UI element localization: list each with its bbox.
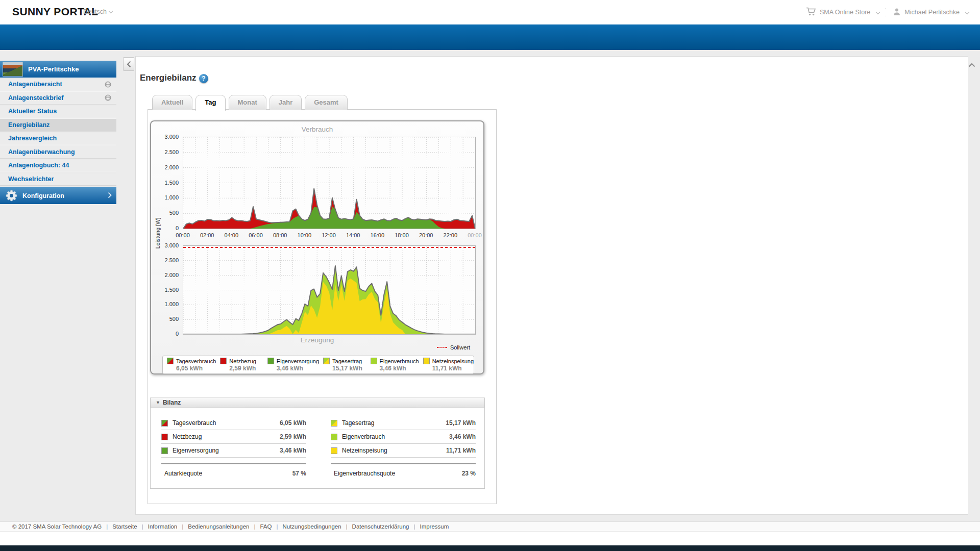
divider — [886, 8, 887, 16]
legend-item: Tagesverbrauch6,05 kWh — [163, 356, 216, 373]
legend-label: Netzeinspeisung — [432, 358, 474, 364]
bilanz-row: Tagesertrag15,17 kWh — [331, 416, 476, 430]
tab-jahr[interactable]: Jahr — [270, 95, 302, 110]
store-label: SMA Online Store — [820, 9, 870, 16]
bilanz-row-value: 15,17 kWh — [446, 419, 476, 427]
bilanz-row: Netzbezug2,59 kWh — [161, 430, 306, 444]
sidebar-item-label: Aktueller Status — [8, 108, 116, 115]
globe-icon — [105, 94, 111, 101]
tab-monat[interactable]: Monat — [229, 95, 266, 110]
user-icon — [893, 8, 901, 17]
sidebar-item-energiebilanz[interactable]: Energiebilanz — [0, 118, 116, 132]
bilanz-row-value: 3,46 kWh — [280, 447, 306, 454]
sidebar-item-anlagen-bersicht[interactable]: Anlagenübersicht — [0, 78, 116, 91]
sidebar-menu: AnlagenübersichtAnlagensteckbriefAktuell… — [0, 78, 116, 186]
sidebar-item-jahresvergleich[interactable]: Jahresvergleich — [0, 132, 116, 145]
tab-strip: AktuellTagMonatJahrGesamt — [152, 95, 348, 111]
verbrauch-chart-title: Verbrauch — [151, 126, 483, 133]
chevron-down-icon — [965, 10, 969, 14]
footer-link-datenschutzerkl-rung[interactable]: Datenschutzerklärung — [352, 523, 409, 530]
help-icon[interactable]: ? — [199, 74, 208, 83]
sidebar-item-label: Anlagenübersicht — [8, 81, 105, 88]
legend-swatch-icon — [323, 358, 330, 364]
legend-item: Tagesertrag15,17 kWh — [319, 356, 366, 373]
y-axis-tick: 2.000 — [154, 272, 179, 278]
sidebar-item-konfiguration[interactable]: Konfiguration — [0, 187, 116, 204]
footer-separator: | — [254, 523, 255, 530]
footer-link-startseite[interactable]: Startseite — [112, 523, 137, 530]
bilanz-quote-value: 23 % — [462, 470, 476, 477]
legend-value: 2,59 kWh — [229, 365, 263, 372]
y-axis-tick: 3.000 — [154, 242, 179, 248]
sidebar-item-wechselrichter[interactable]: Wechselrichter — [0, 172, 116, 186]
user-menu[interactable]: Michael Perlitschke — [893, 8, 969, 17]
bilanz-row-label: Eigenversorgung — [173, 447, 280, 454]
legend-item: Netzeinspeisung11,71 kWh — [419, 356, 474, 373]
sidebar-item-label: Anlagenlogbuch: 44 — [8, 162, 116, 169]
scroll-top-button[interactable] — [967, 60, 977, 69]
sidebar-collapse-button[interactable] — [123, 57, 134, 71]
bilanz-row: Eigenverbrauch3,46 kWh — [331, 430, 476, 444]
legend-label: Eigenversorgung — [277, 358, 319, 364]
footer-separator: | — [142, 523, 143, 530]
collapse-triangle-icon: ▼ — [156, 400, 160, 405]
y-axis-tick: 2.000 — [154, 164, 179, 170]
legend-swatch-icon — [423, 358, 430, 364]
legend-row: Eigenverbrauch — [371, 358, 419, 364]
y-axis-tick: 1.500 — [154, 180, 179, 186]
chevron-right-icon — [108, 192, 112, 200]
bilanz-title: Bilanz — [163, 399, 181, 406]
x-axis-tick: 06:00 — [249, 232, 263, 238]
bilanz-quote-row: Eigenverbrauchsquote23 % — [331, 464, 476, 482]
footer-separator: | — [276, 523, 278, 530]
sidebar-item-label: Jahresvergleich — [8, 135, 116, 142]
top-right-menu: SMA Online Store Michael Perlitschke — [806, 0, 969, 24]
bottom-dark-bar — [0, 545, 980, 551]
sidebar-item-anlagensteckbrief[interactable]: Anlagensteckbrief — [0, 91, 116, 105]
user-name-label: Michael Perlitschke — [904, 9, 960, 16]
sidebar-item-aktueller-status[interactable]: Aktueller Status — [0, 105, 116, 118]
legend-label: Netzbezug — [229, 358, 256, 364]
footer-link-bedienungsanleitungen[interactable]: Bedienungsanleitungen — [188, 523, 249, 530]
cart-icon — [806, 7, 816, 17]
legend-item: Netzbezug2,59 kWh — [216, 356, 263, 373]
legend-value: 3,46 kWh — [277, 365, 319, 372]
plant-selector[interactable]: PVA-Perlitschke — [0, 61, 116, 78]
store-menu[interactable]: SMA Online Store — [806, 7, 879, 17]
tab-gesamt[interactable]: Gesamt — [305, 95, 348, 110]
x-axis-tick: 20:00 — [419, 232, 433, 238]
bilanz-row-label: Eigenverbrauch — [342, 433, 449, 440]
legend-label: Tagesertrag — [332, 358, 362, 364]
footer-separator: | — [413, 523, 415, 530]
bilanz-body: Tagesverbrauch6,05 kWhNetzbezug2,59 kWhE… — [150, 408, 485, 489]
sidebar-item-anlagenlogbuch-44[interactable]: Anlagenlogbuch: 44 — [0, 159, 116, 172]
x-axis-tick: 00:00 — [176, 232, 190, 238]
x-axis-tick: 18:00 — [395, 232, 409, 238]
bilanz-separator — [331, 458, 476, 464]
footer-link-nutzungsbedingungen[interactable]: Nutzungsbedingungen — [282, 523, 341, 530]
tab-tag[interactable]: Tag — [195, 95, 225, 111]
x-axis-tick: 10:00 — [298, 232, 312, 238]
bilanz-row-value: 6,05 kWh — [280, 419, 306, 427]
erzeugung-chart-title: Erzeugung — [151, 336, 483, 344]
legend-value: 6,05 kWh — [176, 365, 216, 372]
legend-value: 11,71 kWh — [432, 365, 474, 372]
y-axis-tick: 500 — [154, 210, 179, 216]
sidebar-item-anlagen-berwachung[interactable]: Anlagenüberwachung — [0, 145, 116, 159]
footer-link-information[interactable]: Information — [148, 523, 178, 530]
sidebar-item-label: Anlagensteckbrief — [8, 94, 105, 102]
tab-aktuell[interactable]: Aktuell — [152, 95, 192, 110]
bilanz-right-column: Tagesertrag15,17 kWhEigenverbrauch3,46 k… — [331, 416, 476, 482]
bilanz-row-value: 2,59 kWh — [280, 433, 306, 440]
bilanz-quote-row: Autarkiequote57 % — [161, 464, 306, 482]
legend-label: Eigenverbrauch — [380, 358, 419, 364]
bilanz-header[interactable]: ▼ Bilanz — [150, 397, 485, 408]
footer-link-impressum[interactable]: Impressum — [420, 523, 449, 530]
legend-label: Tagesverbrauch — [176, 358, 216, 364]
footer-link-faq[interactable]: FAQ — [260, 523, 272, 530]
bilanz-row: Netzeinspeisung11,71 kWh — [331, 444, 476, 458]
x-axis-tick: 14:00 — [346, 232, 360, 238]
y-axis-tick: 1.000 — [154, 301, 179, 307]
x-axis-tick: 08:00 — [273, 232, 287, 238]
language-dropdown[interactable]: Deutsch — [83, 8, 112, 15]
